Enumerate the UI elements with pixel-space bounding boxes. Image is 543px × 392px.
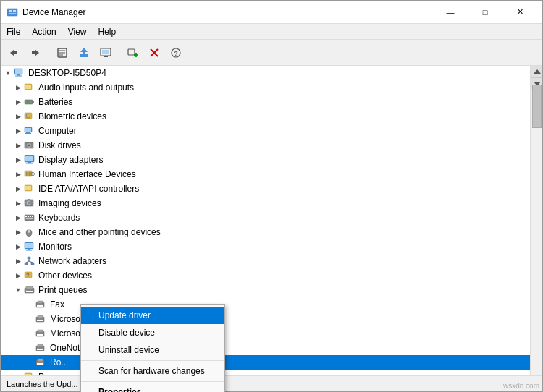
- svg-point-77: [31, 289, 33, 290]
- tree-item-monitors[interactable]: ▶ Monitors: [1, 239, 530, 254]
- context-menu-scan[interactable]: Scan for hardware changes: [81, 362, 224, 380]
- forward-button[interactable]: [25, 43, 46, 63]
- context-menu-disable-device[interactable]: Disable device: [81, 324, 224, 341]
- close-button[interactable]: ✕: [503, 1, 536, 24]
- hid-label: Human Interface Devices: [38, 169, 136, 179]
- tree-item-hid[interactable]: ▶ HID Human Interface Devices: [1, 167, 530, 182]
- svg-rect-17: [128, 49, 135, 55]
- svg-marker-13: [80, 48, 88, 54]
- title-text: Device Manager: [22, 7, 85, 17]
- svg-rect-7: [32, 51, 35, 54]
- svg-rect-16: [104, 56, 108, 57]
- root-expand-arrow: ▼: [2, 67, 14, 79]
- hid-icon: HID: [24, 169, 35, 180]
- network-icon: [24, 255, 35, 267]
- svg-rect-26: [17, 74, 20, 76]
- tree-item-other[interactable]: ▶ ? Other devices: [1, 268, 530, 283]
- menu-file[interactable]: File: [1, 25, 26, 38]
- other-label: Other devices: [38, 270, 92, 281]
- svg-rect-87: [37, 334, 43, 336]
- tree-item-printqueues[interactable]: ▼ Print queues: [1, 283, 530, 297]
- svg-line-71: [29, 261, 33, 263]
- remove-button[interactable]: [144, 43, 164, 63]
- tree-item-keyboards[interactable]: ▶ Keyboards: [1, 210, 530, 225]
- mice-label: Mice and other pointing devices: [38, 227, 161, 237]
- title-controls: — □ ✕: [434, 1, 536, 24]
- svg-rect-29: [25, 85, 31, 89]
- tree-item-audio[interactable]: ▶ Audio inputs and outputs: [1, 80, 530, 95]
- ro-label: Ro...: [50, 357, 68, 367]
- svg-marker-4: [10, 49, 14, 56]
- svg-rect-12: [80, 54, 88, 57]
- tree-item-computer[interactable]: ▶ Computer: [1, 124, 530, 138]
- other-icon: ?: [24, 270, 35, 281]
- context-menu-uninstall-device[interactable]: Uninstall device: [81, 341, 224, 359]
- computer-arrow: ▶: [12, 125, 24, 137]
- svg-rect-65: [26, 250, 32, 251]
- fax-icon: [35, 299, 47, 310]
- menu-action[interactable]: Action: [26, 25, 62, 38]
- tree-item-ide[interactable]: ▶ IDE ATA/ATAPI controllers: [1, 182, 530, 196]
- network-arrow: ▶: [12, 255, 24, 267]
- svg-rect-58: [26, 218, 33, 219]
- help-circle-button[interactable]: ?: [166, 43, 186, 63]
- menu-view[interactable]: View: [62, 25, 93, 38]
- svg-rect-2: [13, 10, 16, 12]
- maximize-button[interactable]: □: [468, 1, 502, 24]
- scan-button[interactable]: [96, 43, 116, 63]
- svg-rect-76: [26, 291, 33, 292]
- printqueues-icon: [24, 284, 35, 296]
- svg-rect-1: [9, 10, 12, 12]
- svg-rect-64: [28, 249, 30, 250]
- watermark: wsxdn.com: [503, 382, 539, 390]
- tree-root[interactable]: ▼ DESKTOP-I5D50P4: [1, 66, 530, 80]
- context-menu-separator: [81, 360, 224, 361]
- svg-point-81: [42, 303, 43, 304]
- monitors-icon: [24, 241, 35, 252]
- tree-item-biometric[interactable]: ▶ Biometric devices: [1, 109, 530, 124]
- tree-item-disk[interactable]: ▶ Disk drives: [1, 138, 530, 153]
- context-menu-update-driver[interactable]: Update driver: [81, 307, 224, 324]
- fax-label: Fax: [50, 299, 64, 310]
- context-menu-properties[interactable]: Properties: [81, 383, 224, 392]
- imaging-arrow: ▶: [12, 197, 24, 209]
- vertical-scrollbar[interactable]: [531, 66, 542, 375]
- hid-arrow: ▶: [12, 169, 24, 180]
- svg-rect-32: [26, 101, 30, 103]
- svg-marker-6: [35, 49, 39, 56]
- svg-text:HID: HID: [26, 171, 35, 176]
- toolbar: ?: [1, 40, 542, 66]
- svg-rect-37: [26, 132, 30, 133]
- monitors-label: Monitors: [38, 242, 72, 252]
- update-driver-button[interactable]: [74, 43, 94, 63]
- tree-item-mice[interactable]: ▶ Mice and other pointing devices: [1, 225, 530, 239]
- tree-item-imaging[interactable]: ▶ Imaging devices: [1, 196, 530, 210]
- display-label: Display adapters: [38, 155, 103, 165]
- tree-item-display[interactable]: ▶ Display adapters: [1, 153, 530, 167]
- svg-rect-36: [25, 128, 31, 132]
- root-label: DESKTOP-I5D50P4: [28, 68, 106, 78]
- window-icon: [7, 7, 18, 18]
- svg-rect-83: [38, 315, 43, 318]
- pdf-icon: [35, 313, 47, 325]
- context-menu: Update driver Disable device Uninstall d…: [80, 304, 225, 392]
- svg-line-70: [26, 261, 29, 263]
- svg-rect-63: [25, 243, 33, 248]
- svg-rect-50: [25, 200, 33, 206]
- mice-arrow: ▶: [12, 226, 24, 238]
- minimize-button[interactable]: —: [434, 1, 467, 24]
- properties-button[interactable]: [52, 43, 72, 63]
- tree-item-batteries[interactable]: ▶ Batteries: [1, 95, 530, 109]
- tree-item-network[interactable]: ▶ Network adapters: [1, 254, 530, 268]
- xps-icon: [35, 328, 47, 339]
- display-arrow: ▶: [12, 154, 24, 166]
- ide-arrow: ▶: [12, 183, 24, 195]
- svg-rect-45: [26, 163, 33, 164]
- svg-rect-5: [14, 51, 17, 54]
- add-button[interactable]: [122, 43, 143, 63]
- monitors-arrow: ▶: [12, 241, 24, 252]
- back-button[interactable]: [4, 43, 24, 63]
- imaging-label: Imaging devices: [38, 198, 101, 208]
- menu-help[interactable]: Help: [93, 25, 122, 38]
- disk-label: Disk drives: [38, 140, 81, 150]
